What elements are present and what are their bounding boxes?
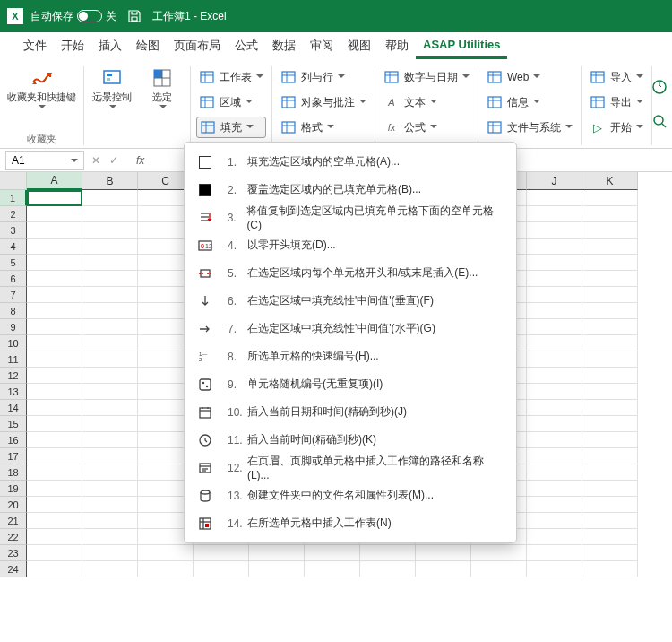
cell[interactable] [82, 351, 138, 368]
menu-tab-3[interactable]: 绘图 [129, 32, 167, 59]
fill-menu-item-14[interactable]: 14.在所选单元格中插入工作表(N) [185, 509, 516, 537]
fx-icon[interactable]: fx [136, 154, 144, 167]
cell[interactable] [527, 513, 582, 529]
cell[interactable] [582, 448, 638, 464]
cell[interactable] [82, 432, 138, 448]
cell[interactable] [582, 384, 638, 400]
cell[interactable] [82, 271, 138, 287]
cell[interactable] [582, 416, 638, 432]
cell[interactable] [527, 351, 582, 368]
cell[interactable] [82, 255, 138, 271]
fill-menu-item-12[interactable]: 12.在页眉、页脚或单元格中插入工作簿的路径和名称(L)... [185, 454, 516, 482]
cell[interactable] [527, 529, 582, 545]
fill-menu-item-7[interactable]: 7.在选定区域中填充线性'中间值'(水平)(G) [185, 315, 516, 343]
cell[interactable] [582, 481, 638, 497]
select-all-corner[interactable] [0, 172, 27, 190]
cell[interactable] [471, 561, 527, 577]
row-header[interactable]: 14 [0, 400, 27, 416]
cell[interactable] [527, 239, 582, 255]
cell[interactable] [527, 545, 582, 561]
name-box[interactable]: A1 [5, 151, 84, 170]
cell[interactable] [360, 561, 416, 577]
cell[interactable] [527, 222, 582, 239]
column-header[interactable]: B [82, 172, 138, 190]
cell[interactable] [27, 448, 82, 464]
fill-menu-item-1[interactable]: 1.填充选定区域内的空单元格(A)... [185, 148, 516, 176]
cell[interactable] [527, 271, 582, 287]
row-header[interactable]: 10 [0, 335, 27, 351]
cell[interactable] [27, 481, 82, 497]
cell[interactable] [582, 513, 638, 529]
row-header[interactable]: 23 [0, 545, 27, 561]
cell[interactable] [27, 190, 82, 206]
cell[interactable] [360, 545, 416, 561]
cell[interactable] [582, 287, 638, 303]
menu-tab-1[interactable]: 开始 [54, 32, 91, 59]
cell[interactable] [82, 545, 138, 561]
cell[interactable] [27, 206, 82, 222]
cell[interactable] [82, 239, 138, 255]
ribbon-文件与系统-button[interactable]: 文件与系统 [484, 117, 575, 138]
menu-tab-10[interactable]: ASAP Utilities [416, 32, 507, 59]
menu-tab-6[interactable]: 数据 [265, 32, 303, 59]
fill-menu-item-9[interactable]: 9.单元格随机编号(无重复项)(I) [185, 370, 516, 398]
ribbon-列与行-button[interactable]: 列与行 [278, 66, 369, 88]
row-header[interactable]: 18 [0, 464, 27, 481]
cell[interactable] [527, 206, 582, 222]
cell[interactable] [194, 545, 249, 561]
cell[interactable] [527, 384, 582, 400]
menu-tab-9[interactable]: 帮助 [378, 32, 416, 59]
row-header[interactable]: 17 [0, 448, 27, 464]
select-button[interactable]: 选定 [142, 66, 183, 112]
cell[interactable] [582, 190, 638, 206]
menu-tab-5[interactable]: 公式 [228, 32, 265, 59]
ribbon-工作表-button[interactable]: 工作表 [196, 66, 266, 88]
save-icon[interactable] [127, 9, 142, 23]
cell[interactable] [582, 368, 638, 384]
cell[interactable] [82, 400, 138, 416]
cell[interactable] [305, 561, 360, 577]
cell[interactable] [582, 432, 638, 448]
ribbon-公式-button[interactable]: fx公式 [381, 117, 472, 138]
cell[interactable] [582, 400, 638, 416]
cell[interactable] [527, 497, 582, 513]
cell[interactable] [527, 255, 582, 271]
row-header[interactable]: 21 [0, 513, 27, 529]
row-header[interactable]: 22 [0, 529, 27, 545]
cell[interactable] [582, 255, 638, 271]
ribbon-开始-button[interactable]: ▷开始 [587, 117, 646, 138]
cell[interactable] [416, 545, 471, 561]
cell[interactable] [582, 335, 638, 351]
row-header[interactable]: 2 [0, 206, 27, 222]
cell[interactable] [249, 545, 305, 561]
ribbon-overflow[interactable] [647, 59, 672, 149]
cell[interactable] [27, 497, 82, 513]
cell[interactable] [527, 319, 582, 335]
cell[interactable] [27, 561, 82, 577]
cell[interactable] [82, 497, 138, 513]
cell[interactable] [582, 206, 638, 222]
cell[interactable] [305, 545, 360, 561]
cell[interactable] [82, 287, 138, 303]
ribbon-信息-button[interactable]: 信息 [484, 91, 575, 113]
cell[interactable] [27, 303, 82, 319]
cell[interactable] [249, 561, 305, 577]
cell[interactable] [527, 481, 582, 497]
row-header[interactable]: 1 [0, 190, 27, 206]
row-header[interactable]: 16 [0, 432, 27, 448]
cell[interactable] [82, 206, 138, 222]
cell[interactable] [582, 561, 638, 577]
cell[interactable] [82, 368, 138, 384]
cell[interactable] [82, 335, 138, 351]
fill-menu-item-3[interactable]: 3.将值复制到选定区域内已填充单元格下面的空单元格(C) [185, 204, 516, 231]
cell[interactable] [82, 222, 138, 239]
cell[interactable] [27, 255, 82, 271]
cell[interactable] [82, 384, 138, 400]
cell[interactable] [82, 319, 138, 335]
cell[interactable] [582, 497, 638, 513]
cell[interactable] [27, 222, 82, 239]
cell[interactable] [582, 271, 638, 287]
cell[interactable] [82, 513, 138, 529]
fill-menu-item-11[interactable]: 11.插入当前时间(精确到秒)(K) [185, 426, 516, 454]
row-header[interactable]: 15 [0, 416, 27, 432]
